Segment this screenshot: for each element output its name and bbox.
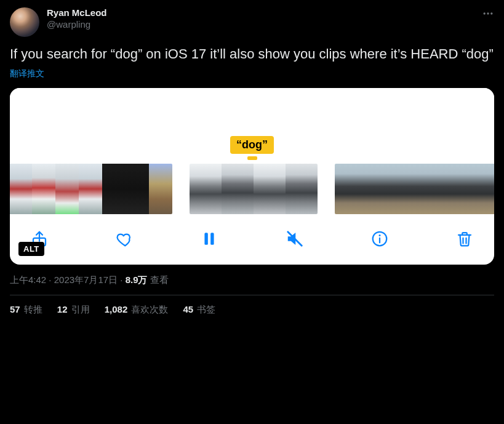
media-toolbar (10, 215, 494, 265)
video-frame (286, 164, 318, 214)
video-frame (254, 164, 286, 214)
stats-row: 57 转推 12 引用 1,082 喜欢次数 45 书签 (10, 304, 494, 316)
divider (10, 295, 494, 295)
alt-badge[interactable]: ALT (18, 242, 44, 256)
svg-rect-4 (205, 233, 208, 245)
media-card[interactable]: “dog” (10, 88, 494, 265)
retweets-count: 57 (10, 304, 20, 314)
video-frame (79, 164, 102, 214)
date[interactable]: 2023年7月17日 (54, 274, 118, 285)
clip-group[interactable] (335, 164, 494, 214)
avatar[interactable] (10, 7, 39, 37)
clip-group-active[interactable] (190, 164, 318, 214)
likes-label: 喜欢次数 (129, 304, 168, 314)
video-frame (382, 164, 405, 214)
quotes-stat[interactable]: 12 引用 (57, 304, 90, 316)
handle: @warpling (47, 19, 107, 31)
video-frame (10, 164, 32, 214)
highlight-label: “dog” (230, 136, 274, 154)
quotes-count: 12 (57, 304, 68, 314)
svg-point-2 (490, 12, 492, 14)
display-name: Ryan McLeod (47, 7, 107, 19)
translate-link[interactable]: 翻译推文 (10, 68, 44, 79)
separator: · (118, 274, 126, 285)
bookmarks-count: 45 (183, 304, 193, 314)
views-count: 8.9万 (126, 274, 148, 285)
author-names[interactable]: Ryan McLeod @warpling (47, 7, 107, 31)
svg-point-0 (484, 12, 486, 14)
separator: · (46, 274, 54, 285)
video-frame (452, 164, 475, 214)
meta-row: 上午4:42 · 2023年7月17日 · 8.9万 查看 (10, 274, 494, 286)
video-frame (428, 164, 452, 214)
highlight-label-wrap: “dog” (10, 136, 494, 160)
bookmarks-stat[interactable]: 45 书签 (183, 304, 215, 316)
more-icon[interactable] (482, 7, 494, 20)
info-icon[interactable] (367, 226, 392, 251)
pause-icon[interactable] (197, 226, 222, 251)
views-label: 查看 (148, 274, 169, 285)
svg-point-1 (487, 12, 489, 14)
retweets-label: 转推 (22, 304, 42, 314)
likes-count: 1,082 (105, 304, 128, 314)
heart-icon[interactable] (112, 226, 137, 251)
video-frame (358, 164, 382, 214)
video-frame (126, 164, 149, 214)
bookmarks-label: 书签 (194, 304, 215, 314)
video-frame (32, 164, 55, 214)
video-frame (475, 164, 494, 214)
trash-icon[interactable] (452, 226, 477, 251)
highlight-tick-icon (247, 156, 257, 160)
quotes-label: 引用 (69, 304, 90, 314)
tweet-container: Ryan McLeod @warpling If you search for … (0, 0, 504, 323)
video-frame (222, 164, 254, 214)
svg-point-9 (378, 234, 380, 236)
filmstrip[interactable] (10, 160, 494, 215)
video-frame (149, 164, 172, 214)
video-frame (405, 164, 428, 214)
time[interactable]: 上午4:42 (10, 274, 46, 285)
video-frame (190, 164, 222, 214)
retweets-stat[interactable]: 57 转推 (10, 304, 42, 316)
tweet-header: Ryan McLeod @warpling (10, 7, 494, 37)
mute-icon[interactable] (282, 226, 307, 251)
svg-rect-5 (211, 233, 214, 245)
tweet-text: If you search for “dog” on iOS 17 it’ll … (10, 46, 494, 63)
likes-stat[interactable]: 1,082 喜欢次数 (105, 304, 169, 316)
video-frame (102, 164, 126, 214)
video-frame (55, 164, 79, 214)
video-frame (335, 164, 358, 214)
clip-group[interactable] (10, 164, 172, 214)
